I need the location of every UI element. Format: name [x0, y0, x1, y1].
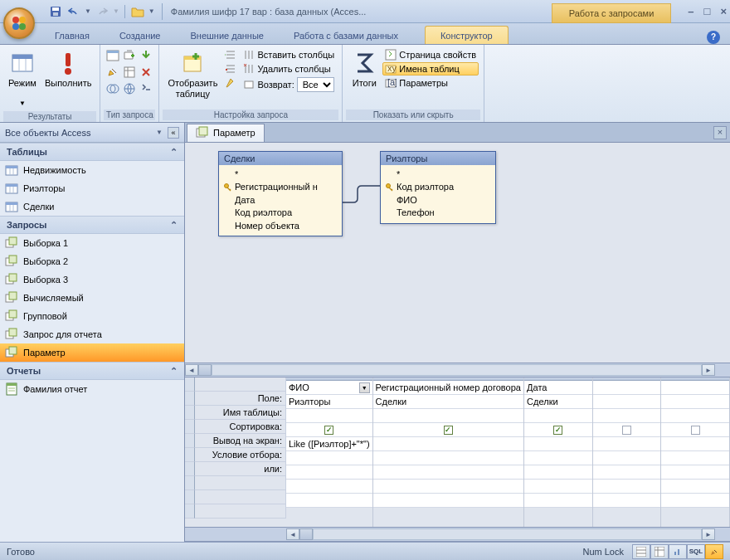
scroll-right-button[interactable]: ► — [702, 528, 715, 540]
nav-item[interactable]: Выборка 3 — [0, 270, 184, 289]
passthrough-icon[interactable] — [122, 81, 137, 96]
grid-scrollbar[interactable]: ◄ ► — [185, 527, 730, 542]
crosstab-icon[interactable] — [122, 65, 137, 80]
shutter-button[interactable]: « — [168, 127, 179, 139]
grid-cell[interactable] — [286, 451, 372, 465]
grid-cell[interactable] — [524, 437, 592, 451]
grid-cell[interactable] — [524, 451, 592, 465]
nav-category[interactable]: Запросы⌃ — [0, 216, 184, 234]
nav-item[interactable]: Параметр — [0, 343, 184, 362]
table-field[interactable]: * — [386, 168, 490, 181]
office-button[interactable] — [3, 7, 35, 39]
scroll-left-button[interactable]: ◄ — [185, 364, 198, 376]
redo-icon[interactable] — [95, 4, 110, 19]
grid-cell[interactable] — [286, 494, 372, 508]
grid-cell[interactable] — [593, 480, 661, 494]
grid-cell[interactable] — [373, 451, 524, 465]
grid-cell[interactable] — [524, 465, 592, 480]
return-select[interactable]: Все — [297, 77, 334, 92]
grid-cell[interactable]: Like ([Риэлтор]+"*") — [286, 437, 372, 451]
data-def-icon[interactable] — [139, 81, 153, 96]
ribbon-tab[interactable]: Внешние данные — [176, 27, 279, 44]
undo-icon[interactable] — [66, 4, 81, 19]
grid-cell[interactable]: Риэлторы — [286, 395, 372, 409]
delete-cols-button[interactable]: Удалить столбцы — [241, 62, 337, 75]
ribbon-tab-contextual[interactable]: Конструктор — [425, 26, 509, 44]
nav-category[interactable]: Отчеты⌃ — [0, 362, 184, 380]
nav-header[interactable]: Все объекты Access ▼ « — [0, 123, 184, 143]
table-field[interactable]: Регистрационный н — [224, 181, 337, 193]
table-field[interactable]: * — [224, 168, 337, 181]
nav-item[interactable]: Выборка 2 — [0, 252, 184, 270]
show-table-button[interactable]: Отобразить таблицу — [164, 48, 221, 101]
ribbon-tab[interactable]: Главная — [40, 27, 105, 44]
datasheet-view-button[interactable] — [632, 544, 650, 559]
nav-item[interactable]: Сделки — [0, 197, 184, 216]
view-button[interactable]: Режим▼ — [5, 48, 40, 110]
table-field[interactable]: Код риэлтора — [224, 207, 337, 219]
nav-item[interactable]: Фамилия отчет — [0, 380, 184, 398]
table-field[interactable]: ФИО — [386, 194, 490, 207]
table-title[interactable]: Сделки — [219, 152, 342, 165]
append-icon[interactable] — [139, 48, 153, 63]
grid-cell[interactable] — [593, 494, 661, 508]
parameters-button[interactable]: [a]Параметры — [382, 76, 479, 90]
update-icon[interactable] — [105, 65, 120, 80]
scroll-right-button[interactable]: ► — [702, 364, 715, 376]
grid-cell[interactable] — [593, 437, 661, 451]
nav-item[interactable]: Риэлторы — [0, 179, 184, 197]
grid-cell[interactable] — [661, 381, 729, 395]
nav-item[interactable]: Запрос для отчета — [0, 325, 184, 343]
grid-cell[interactable] — [661, 395, 729, 409]
insert-rows-button[interactable] — [222, 48, 239, 61]
table-box[interactable]: Сделки*Регистрационный нДатаКод риэлтора… — [218, 151, 343, 236]
design-view-button[interactable] — [705, 544, 723, 559]
grid-cell[interactable]: ✓ — [286, 423, 372, 437]
table-field[interactable]: Код риэлтора — [386, 181, 490, 193]
horizontal-scrollbar[interactable]: ◄ ► — [185, 363, 730, 377]
document-close-button[interactable]: × — [713, 126, 727, 139]
grid-cell[interactable] — [373, 494, 524, 508]
grid-cell[interactable] — [593, 465, 661, 480]
grid-cell[interactable]: ✓ — [373, 423, 524, 437]
ribbon-tab[interactable]: Создание — [105, 27, 176, 44]
table-field[interactable]: Номер объекта — [224, 220, 337, 232]
table-field[interactable]: Дата — [224, 194, 337, 207]
table-names-button[interactable]: xyzИмена таблиц — [382, 62, 479, 75]
grid-cell[interactable] — [524, 494, 592, 508]
run-button[interactable]: Выполнить — [41, 48, 95, 90]
nav-item[interactable]: Выборка 1 — [0, 234, 184, 252]
grid-cell[interactable]: Сделки — [524, 395, 592, 409]
save-icon[interactable] — [48, 4, 63, 19]
pivotchart-view-button[interactable] — [669, 544, 687, 559]
grid-cell[interactable]: ✓ — [661, 423, 729, 437]
ribbon-tab[interactable]: Работа с базами данных — [279, 27, 413, 44]
nav-item[interactable]: Недвижимость — [0, 161, 184, 179]
grid-cell[interactable] — [373, 465, 524, 480]
nav-item[interactable]: Вычисляемый — [0, 289, 184, 307]
open-icon[interactable] — [130, 4, 145, 19]
grid-cell[interactable]: ФИО▼ — [286, 381, 372, 395]
scroll-left-button[interactable]: ◄ — [286, 528, 299, 540]
grid-cell[interactable] — [373, 437, 524, 451]
grid-cell[interactable] — [373, 480, 524, 494]
union-icon[interactable] — [105, 81, 120, 96]
grid-cell[interactable] — [524, 409, 592, 423]
grid-cell[interactable] — [661, 437, 729, 451]
table-field[interactable]: Телефон — [386, 207, 490, 219]
grid-cell[interactable] — [286, 409, 372, 423]
pivottable-view-button[interactable] — [650, 544, 669, 559]
query-design-area[interactable]: Сделки*Регистрационный нДатаКод риэлтора… — [185, 143, 730, 363]
grid-cell[interactable] — [524, 480, 592, 494]
property-sheet-button[interactable]: Страница свойств — [382, 48, 479, 61]
delete-rows-button[interactable] — [222, 62, 239, 75]
help-icon[interactable]: ? — [707, 31, 720, 44]
document-tab[interactable]: Параметр — [187, 124, 265, 142]
grid-cell[interactable]: Дата — [524, 381, 592, 395]
grid-cell[interactable] — [593, 381, 661, 395]
grid-cell[interactable] — [661, 409, 729, 423]
table-title[interactable]: Риэлторы — [381, 152, 495, 165]
grid-cell[interactable] — [593, 451, 661, 465]
insert-cols-button[interactable]: Вставить столбцы — [241, 48, 337, 61]
nav-item[interactable]: Групповой — [0, 307, 184, 325]
